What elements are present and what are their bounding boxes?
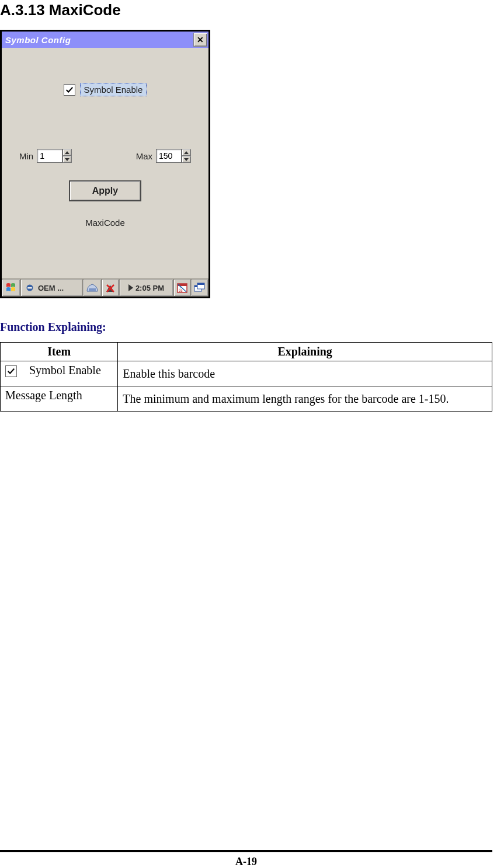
window-close-button[interactable]: ✕ — [193, 33, 207, 47]
taskbar-sip-button[interactable] — [83, 279, 102, 297]
symbol-enable-checkbox[interactable] — [64, 84, 75, 96]
screenshot-symbol-config: Symbol Config ✕ Symbol Enable Min — [0, 30, 210, 298]
function-explaining-table: Item Explaining Symbol Enable Enable thi… — [0, 342, 492, 412]
column-header-explaining: Explaining — [118, 343, 492, 361]
table-checkbox-icon — [5, 365, 17, 377]
min-label: Min — [19, 151, 33, 161]
min-spin-down[interactable] — [62, 156, 72, 163]
table-row: Message Length The minimum and maximum l… — [1, 386, 492, 412]
checkmark-icon — [65, 86, 74, 94]
max-label: Max — [136, 151, 152, 161]
chevron-up-icon — [184, 151, 189, 154]
min-field: Min — [19, 149, 72, 163]
page-footer: A-19 — [0, 470, 492, 868]
taskbar-app-label: OEM ... — [38, 284, 64, 292]
calendar-icon: 1 23 — [176, 282, 188, 294]
max-field: Max — [136, 149, 191, 163]
network-disconnected-icon — [105, 283, 116, 293]
apply-button[interactable]: Apply — [69, 180, 141, 201]
chevron-down-icon — [184, 158, 189, 161]
max-spinner — [156, 149, 191, 163]
symbol-enable-label: Symbol Enable — [80, 83, 147, 96]
taskbar: OEM ... 2:05 PM — [2, 278, 208, 297]
min-spin-up[interactable] — [62, 149, 72, 156]
table-row: Symbol Enable Enable this barcode — [1, 361, 492, 386]
symbol-enable-row: Symbol Enable — [64, 83, 147, 96]
max-spin-down[interactable] — [182, 156, 191, 163]
column-header-item: Item — [1, 343, 118, 361]
window-titlebar: Symbol Config ✕ — [2, 32, 208, 48]
taskbar-desktop-icon[interactable] — [191, 279, 208, 297]
table-cell-item: Symbol Enable — [1, 361, 118, 386]
triangle-right-icon — [128, 284, 133, 291]
min-spinner-buttons — [62, 149, 72, 163]
apply-button-label: Apply — [92, 186, 118, 196]
table-header-row: Item Explaining — [1, 343, 492, 361]
min-input[interactable] — [37, 149, 62, 163]
close-icon: ✕ — [197, 35, 204, 44]
page-number: A-19 — [0, 856, 492, 868]
code-label: MaxiCode — [85, 218, 125, 228]
svg-rect-2 — [89, 288, 96, 291]
chevron-down-icon — [65, 158, 69, 161]
table-cell-explaining: Enable this barcode — [118, 361, 492, 386]
table-item-label: Symbol Enable — [29, 364, 101, 377]
app-icon — [25, 284, 35, 292]
taskbar-time: 2:05 PM — [135, 284, 164, 292]
min-spinner — [37, 149, 72, 163]
svg-rect-1 — [27, 287, 32, 289]
minmax-row: Min Max — [2, 149, 208, 163]
max-spinner-buttons — [182, 149, 191, 163]
svg-rect-12 — [197, 283, 204, 285]
cascade-windows-icon — [194, 283, 206, 293]
taskbar-app-button[interactable]: OEM ... — [20, 279, 83, 297]
taskbar-network-icon[interactable] — [102, 279, 119, 297]
footer-rule — [0, 850, 492, 852]
taskbar-start-button[interactable] — [2, 279, 20, 297]
svg-text:23: 23 — [179, 289, 183, 292]
taskbar-clock[interactable]: 2:05 PM — [119, 279, 173, 297]
window-client-area: Symbol Enable Min — [2, 48, 208, 278]
table-cell-item: Message Length — [1, 386, 118, 412]
window-title: Symbol Config — [5, 35, 71, 45]
taskbar-calendar-icon[interactable]: 1 23 — [173, 279, 191, 297]
checkmark-icon — [7, 367, 15, 375]
max-spin-up[interactable] — [182, 149, 191, 156]
chevron-up-icon — [65, 151, 69, 154]
page: A.3.13 MaxiCode Symbol Config ✕ Symbol E… — [0, 0, 504, 868]
windows-flag-icon — [5, 282, 17, 294]
keyboard-icon — [86, 283, 99, 293]
function-explaining-heading: Function Explaining: — [0, 320, 492, 334]
max-input[interactable] — [156, 149, 182, 163]
section-heading: A.3.13 MaxiCode — [0, 1, 492, 19]
table-cell-explaining: The minimum and maximum length ranges fo… — [118, 386, 492, 412]
